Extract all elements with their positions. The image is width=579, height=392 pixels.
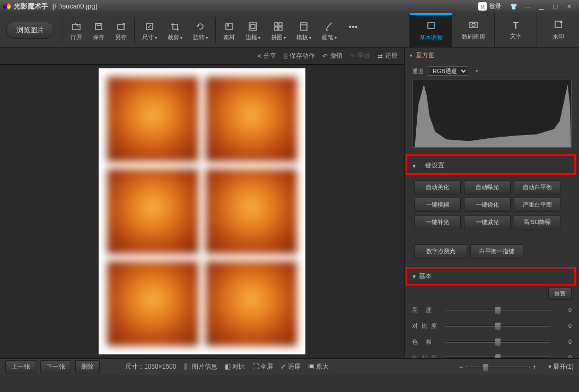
tool-crop[interactable]: 裁剪▾ [162, 19, 188, 42]
histogram-chart [412, 79, 572, 148]
skin-button[interactable]: 👕 [507, 2, 521, 11]
smiley-icon: ☺ [478, 2, 487, 11]
expand-button[interactable]: ▾ 展开(1) [548, 362, 574, 371]
original-size-button[interactable]: ▣ 原大 [308, 362, 329, 371]
tool-open[interactable]: 打开 [65, 19, 87, 42]
image-info-button[interactable]: ▥ 图片信息 [183, 362, 217, 371]
channel-label: 通道 [412, 67, 424, 75]
btn-one-fill[interactable]: 一键补光 [414, 215, 461, 229]
tool-saveas[interactable]: 另存 [110, 19, 132, 42]
highlight-basic: ▾ 基本 [406, 267, 576, 286]
slider-contrast: 对 比 度0 [412, 318, 572, 334]
image-size-label: 尺寸：1050×1500 [125, 362, 176, 371]
slider-track[interactable] [445, 357, 550, 358]
tool-collage[interactable]: 拼图▾ [266, 19, 291, 42]
status-bar: 上一张 下一张 删除 尺寸：1050×1500 ▥ 图片信息 ◧ 对比 ⛶ 全屏… [0, 358, 579, 375]
tool-frame[interactable]: 边框▾ [240, 19, 266, 42]
collapse-icon: ▾ [413, 162, 416, 170]
btn-wb-onetouch[interactable]: 白平衡一指键 [470, 244, 523, 259]
slider-hue: 色 相0 [412, 334, 572, 350]
btn-auto-beautify[interactable]: 自动美化 [414, 180, 461, 194]
basic-sliders: 亮 度0 对 比 度0 色 相0 饱 和 度0 [405, 301, 579, 358]
btn-one-sharpen[interactable]: 一键锐化 [464, 198, 511, 212]
watermark-icon: + [554, 20, 563, 29]
oneclick-header[interactable]: ▾ 一键设置 [407, 158, 574, 173]
slider-track[interactable] [445, 341, 550, 343]
close-button[interactable]: ✕ [562, 2, 576, 11]
photo-cell [206, 169, 297, 254]
channel-dropdown-icon[interactable]: ▾ [476, 68, 478, 74]
reset-button[interactable]: 重置 [548, 288, 572, 300]
login-link[interactable]: 登录 [489, 2, 502, 11]
prev-image-button[interactable]: 上一张 [5, 360, 36, 373]
slider-thumb[interactable] [495, 307, 501, 314]
delete-image-button[interactable]: 删除 [75, 360, 100, 373]
slider-track[interactable] [445, 325, 550, 327]
app-logo [3, 3, 11, 10]
compare-button[interactable]: ◧ 对比 [225, 362, 245, 371]
maximize-button[interactable]: ▢ [548, 2, 562, 11]
btn-spot-meter[interactable]: 数字点测光 [414, 244, 467, 259]
camera-icon [469, 20, 478, 29]
histogram-body: 通道 RGB通道 ▾ [405, 63, 579, 153]
zoom-in-button[interactable]: + [533, 363, 537, 371]
btn-one-blur[interactable]: 一键模糊 [414, 198, 461, 212]
file-path: [F:\sucai\0.jpg] [52, 2, 98, 10]
rtab-basic-adjust[interactable]: 基本调整 [409, 13, 452, 47]
fit-screen-button[interactable]: ⤢ 适屏 [280, 362, 300, 371]
photo-sheet [99, 68, 305, 354]
highlight-oneclick: ▾ 一键设置 [406, 154, 576, 175]
oneclick-grid-2: 数字点测光 白平衡一指键 [405, 239, 579, 264]
rtab-watermark[interactable]: +水印 [537, 13, 579, 47]
basic-header[interactable]: ▾ 基本 [407, 269, 574, 284]
histogram-header[interactable]: ▾ 直方图 [405, 48, 579, 63]
zoom-track[interactable] [466, 366, 530, 368]
next-image-button[interactable]: 下一张 [40, 360, 71, 373]
svg-rect-5 [226, 23, 232, 30]
material-icon [224, 22, 234, 31]
btn-auto-wb[interactable]: 自动白平衡 [514, 180, 560, 194]
btn-one-dim[interactable]: 一键减光 [464, 215, 511, 229]
frame-icon [248, 22, 258, 31]
oneclick-grid: 自动美化 自动曝光 自动白平衡 一键模糊 一键锐化 严重白平衡 一键补光 一键减… [405, 175, 579, 235]
svg-rect-12 [279, 27, 282, 30]
tool-rotate[interactable]: 旋转▾ [188, 19, 213, 42]
btn-auto-exposure[interactable]: 自动曝光 [464, 180, 511, 194]
redo-button[interactable]: ↷ 重做 [350, 51, 370, 60]
open-icon [72, 22, 81, 31]
tool-brush[interactable]: 画笔▾ [317, 19, 342, 42]
svg-rect-3 [118, 24, 124, 30]
zoom-thumb[interactable] [483, 364, 488, 371]
more-icon: ••• [349, 21, 358, 33]
tool-more[interactable]: ••• [342, 19, 364, 41]
restore-button[interactable]: ⇄ 还原 [378, 51, 398, 60]
undo-button[interactable]: ↶ 撤销 [322, 51, 343, 60]
zoom-out-button[interactable]: − [459, 363, 463, 371]
save-action-button[interactable]: ⎘ 保存动作 [284, 51, 315, 60]
menu-button[interactable]: — [521, 2, 534, 11]
main-area: < 分享 ⎘ 保存动作 ↶ 撤销 ↷ 重做 ⇄ 还原 ▾ 直方图 通道 [0, 48, 579, 358]
btn-strict-wb[interactable]: 严重白平衡 [514, 198, 560, 212]
tool-save[interactable]: 保存 [87, 19, 110, 42]
brush-icon [324, 22, 334, 31]
rtab-text[interactable]: T文字 [494, 13, 537, 47]
browse-images-button[interactable]: 浏览图片 [6, 22, 54, 39]
tool-material[interactable]: 素材 [218, 19, 240, 42]
canvas[interactable] [0, 65, 404, 358]
slider-thumb[interactable] [495, 354, 501, 358]
btn-iso-denoise[interactable]: 高ISO降噪 [514, 215, 560, 229]
svg-rect-9 [275, 23, 278, 26]
slider-thumb[interactable] [495, 323, 501, 330]
tool-resize[interactable]: 尺寸▾ [137, 19, 162, 42]
slider-thumb[interactable] [495, 338, 501, 346]
main-toolbar: 浏览图片 打开 保存 另存 尺寸▾ 裁剪▾ 旋转▾ 素材 边框▾ 拼图▾ 模板▾… [0, 13, 579, 48]
svg-rect-15 [428, 22, 434, 29]
share-button[interactable]: < 分享 [258, 51, 276, 60]
slider-track[interactable] [445, 309, 550, 311]
minimize-button[interactable]: ▁ [534, 2, 548, 11]
rtab-darkroom[interactable]: 数码暗房 [452, 13, 494, 47]
fullscreen-button[interactable]: ⛶ 全屏 [252, 362, 273, 371]
channel-select[interactable]: RGB通道 [428, 66, 468, 76]
zoom-control: − + [459, 363, 537, 371]
tool-template[interactable]: 模板▾ [291, 19, 317, 42]
